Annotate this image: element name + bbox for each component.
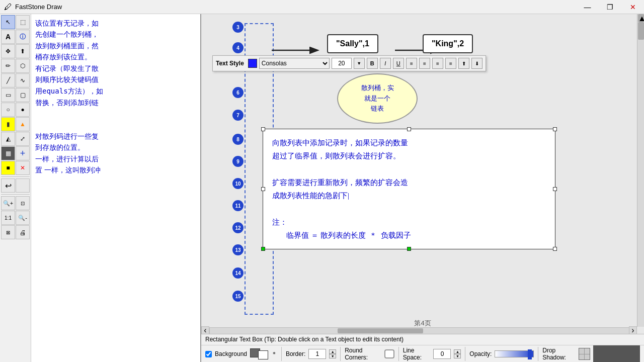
rounded-rect-tool[interactable]: ▢ [16, 88, 30, 102]
status-text: Rectangular Text Box (Tip: Double click … [201, 334, 644, 345]
text-tool[interactable]: A [1, 30, 15, 44]
bottom-toolbar: Background ＊ Border: ▲ ▼ Round Corn [201, 345, 644, 362]
circle-11: 11 [232, 200, 244, 211]
info-tool[interactable]: ⓘ [16, 30, 30, 44]
align-justify-button[interactable]: ≡ [445, 58, 456, 69]
color-block-tool[interactable]: ■ [1, 161, 15, 175]
select-rect-tool[interactable]: ⬚ [16, 15, 30, 29]
horizontal-scrollbar[interactable] [209, 327, 637, 334]
color-swatches [250, 348, 268, 359]
linespace-down[interactable]: ▼ [454, 354, 461, 358]
line-tool[interactable]: ╱ [1, 73, 15, 87]
fill-shape-tool[interactable]: ◭ [1, 132, 15, 146]
curve-tool[interactable]: ∿ [16, 73, 30, 87]
restore-button[interactable]: ❐ [599, 0, 621, 14]
handle-mr[interactable] [553, 187, 557, 191]
pencil-tool[interactable]: ✏ [1, 59, 15, 73]
hscroll-thumb[interactable] [338, 328, 423, 333]
ellipse-fill-tool[interactable]: ● [16, 103, 30, 117]
window-controls: — ❐ ✕ [576, 0, 644, 14]
handle-bl[interactable] [261, 247, 265, 251]
dropshadow-control[interactable] [579, 348, 590, 360]
handle-tr[interactable] [553, 127, 557, 131]
text-line-3: 扩容需要进行重新散列，频繁的扩容会造 [272, 176, 546, 189]
arrow-down-icon[interactable]: ▼ [354, 58, 365, 69]
opacity-label: Opacity: [469, 350, 492, 357]
scroll-right-button[interactable]: › [629, 326, 637, 334]
font-size-input[interactable] [332, 58, 352, 69]
circle-15: 15 [232, 291, 244, 302]
textstyle-label: Text Style [216, 60, 244, 67]
sep-3 [398, 347, 399, 361]
text-line-6: 临界值 ＝ 散列表的长度 ＊ 负载因子 [272, 229, 546, 242]
align-left-button[interactable]: ≡ [406, 58, 417, 69]
fg-color-swatch[interactable] [258, 350, 268, 359]
sep-2 [340, 347, 341, 361]
left-panel-text: 该位置有无记录，如 先创建一个散列桶， 放到散列桶里面，然 桶存放到该位置。 有… [31, 14, 200, 180]
opacity-slider[interactable] [495, 350, 534, 357]
fill-tool[interactable]: ▲ [16, 117, 30, 131]
vscroll-up[interactable]: ▲ [638, 14, 644, 22]
bold-button[interactable]: B [367, 58, 378, 69]
border-input[interactable] [308, 349, 326, 359]
align-center-button[interactable]: ≡ [419, 58, 430, 69]
font-family-select[interactable]: Consolas Arial SimSun [259, 58, 330, 69]
canvas-area[interactable]: Text Style Consolas Arial SimSun ▼ B I U… [201, 14, 644, 362]
highlight-tool[interactable]: ▮ [1, 117, 15, 131]
handle-bm[interactable] [407, 247, 411, 251]
handle-br[interactable] [553, 247, 557, 251]
border-down[interactable]: ▼ [329, 354, 336, 358]
vertical-scrollbar[interactable]: ▲ [637, 14, 644, 327]
valign-top-button[interactable]: ⬆ [458, 58, 469, 69]
handle-tm[interactable] [407, 127, 411, 131]
circle-8: 8 [232, 134, 244, 145]
text-color-swatch[interactable] [248, 59, 257, 68]
pin-tool[interactable]: ⬆ [16, 44, 30, 58]
ellipse-tool[interactable]: ○ [1, 103, 15, 117]
zoom-page-tool[interactable]: ⊠ [1, 225, 15, 239]
scroll-left-button[interactable]: ‹ [201, 326, 209, 334]
underline-button[interactable]: U [393, 58, 404, 69]
background-checkbox[interactable] [205, 351, 212, 357]
close-button[interactable]: ✕ [621, 0, 644, 14]
add-tool[interactable]: + [16, 146, 30, 160]
eraser-tool[interactable]: ⬡ [16, 59, 30, 73]
print-tool[interactable]: 🖨 [16, 225, 30, 239]
line-space-label: Line Space: [403, 347, 431, 361]
sep-5 [538, 347, 538, 361]
asterisk-1: ＊ [271, 350, 277, 358]
round-corners-preview[interactable] [384, 349, 394, 358]
undo-tool[interactable]: ↩ [1, 178, 15, 193]
valign-bottom-button[interactable]: ⬇ [471, 58, 482, 69]
opacity-thumb[interactable] [528, 349, 532, 359]
zoom-1-1-tool[interactable]: 1:1 [1, 211, 15, 225]
select-tool[interactable]: ↖ [1, 15, 15, 29]
handle-tl[interactable] [261, 127, 265, 131]
main-textbox[interactable]: 向散列表中添加记录时，如果记录的数量 超过了临界值，则散列表会进行扩容。 扩容需… [263, 129, 555, 249]
circle-12: 12 [232, 222, 244, 233]
align-right-button[interactable]: ≡ [432, 58, 443, 69]
sally-box: "Sally",1 [327, 34, 378, 53]
zoom-out-tool[interactable]: 🔍- [16, 211, 30, 225]
empty-tool [16, 178, 30, 193]
left-toolbar: ↖ ⬚ A ⓘ ✥ ⬆ ✏ ⬡ ╱ ∿ ▭ ▢ ○ ● ▮ ▲ [0, 14, 31, 362]
left-panel: 该位置有无记录，如 先创建一个散列桶， 放到散列桶里面，然 桶存放到该位置。 有… [31, 14, 201, 362]
move-tool[interactable]: ✥ [1, 44, 15, 58]
layer-tool[interactable]: ▦ [1, 146, 15, 160]
border-spinner: ▲ ▼ [329, 349, 336, 358]
rect-tool[interactable]: ▭ [1, 88, 15, 102]
italic-button[interactable]: I [380, 58, 391, 69]
handle-ml[interactable] [261, 187, 265, 191]
circle-10: 10 [232, 178, 244, 189]
transform-tool[interactable]: ⤢ [16, 132, 30, 146]
king-box: "King",2 [423, 34, 473, 53]
line-space-input[interactable] [433, 349, 451, 359]
minimize-button[interactable]: — [576, 0, 599, 14]
vscroll-thumb[interactable] [638, 22, 644, 40]
text-style-toolbar: Text Style Consolas Arial SimSun ▼ B I U… [212, 55, 486, 71]
zoom-in-tool[interactable]: 🔍+ [1, 196, 15, 210]
border-up[interactable]: ▲ [329, 349, 336, 354]
linespace-up[interactable]: ▲ [454, 349, 461, 354]
delete-tool[interactable]: ✕ [16, 161, 30, 175]
zoom-fit-tool[interactable]: ⊡ [16, 196, 30, 210]
